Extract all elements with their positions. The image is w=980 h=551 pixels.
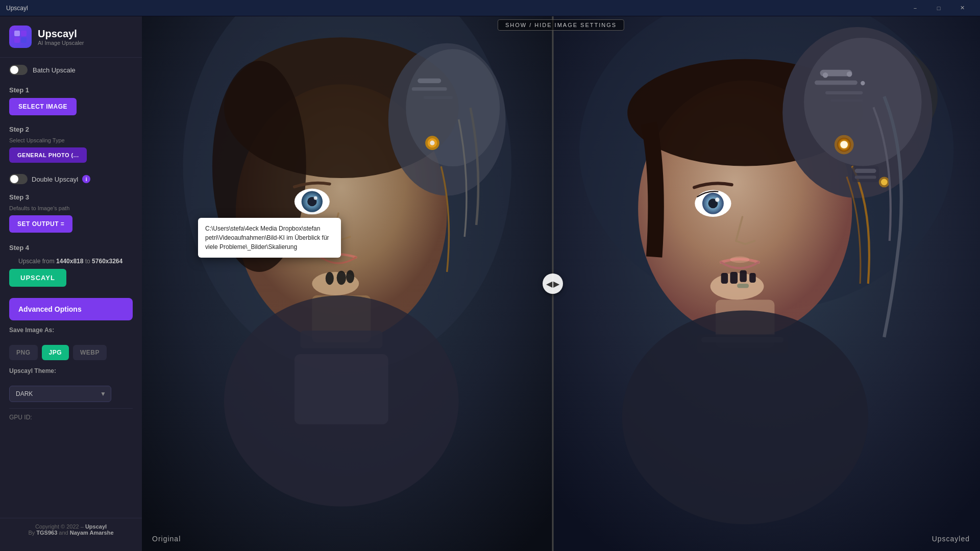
svg-rect-64 <box>749 273 756 283</box>
svg-point-27 <box>346 270 354 283</box>
gpu-label: GPU ID: <box>0 412 142 423</box>
format-webp-button[interactable]: WEBP <box>73 345 107 360</box>
svg-rect-24 <box>295 354 388 424</box>
double-upscayl-info-icon[interactable]: i <box>82 175 90 183</box>
svg-rect-61 <box>730 272 738 284</box>
step4-title: Step 4 <box>9 244 133 252</box>
step2-title: Step 2 <box>9 126 133 133</box>
titlebar-title: Upscayl <box>6 5 28 12</box>
svg-rect-62 <box>740 270 747 282</box>
upscaled-image <box>553 16 980 551</box>
compare-arrows: ◀ ▶ <box>546 279 559 289</box>
svg-point-26 <box>337 271 346 285</box>
svg-rect-38 <box>825 91 863 94</box>
batch-upscale-row: Batch Upscale <box>0 58 142 82</box>
step1-section: Step 1 SELECT IMAGE <box>0 82 142 119</box>
svg-point-28 <box>326 272 334 285</box>
app-name-footer: Upscayl <box>85 523 107 530</box>
svg-rect-37 <box>815 81 857 85</box>
svg-rect-2 <box>14 37 20 43</box>
upscale-from-size: 1440x818 <box>56 258 83 265</box>
theme-select-container: DARKLIGHTSYSTEM ▼ <box>9 386 111 402</box>
svg-point-20 <box>314 196 317 200</box>
step3-section: Step 3 Defaults to Image's path SET OUTP… <box>0 187 142 237</box>
svg-point-41 <box>846 71 851 77</box>
save-image-label: Save Image As: <box>9 327 133 334</box>
arrow-left-icon: ◀ <box>546 279 552 289</box>
select-image-button[interactable]: SELECT IMAGE <box>9 98 77 115</box>
upscaled-label: Upscayled <box>932 535 970 543</box>
upscayl-button[interactable]: UPSCAYL <box>9 269 66 287</box>
double-upscayl-toggle[interactable] <box>9 174 28 184</box>
original-label: Original <box>152 535 181 543</box>
tooltip-path: C:\Users\stefa\4eck Media Dropbox\stefan… <box>205 225 329 251</box>
double-upscayl-row: Double Upscayl i <box>0 171 142 187</box>
app-logo-icon <box>9 26 32 48</box>
svg-point-16 <box>430 141 434 145</box>
svg-point-55 <box>730 257 749 263</box>
double-toggle-thumb <box>10 175 18 183</box>
svg-point-35 <box>804 38 922 166</box>
svg-rect-11 <box>418 79 441 83</box>
format-png-button[interactable]: PNG <box>9 345 38 360</box>
theme-section: Upscayl Theme: <box>0 363 142 383</box>
svg-rect-12 <box>412 87 447 91</box>
close-button[interactable]: ✕ <box>950 0 974 16</box>
step3-sublabel: Defaults to Image's path <box>9 205 133 211</box>
theme-select-wrap: DARKLIGHTSYSTEM ▼ <box>0 383 142 405</box>
set-output-button[interactable]: SET OUTPUT = <box>9 215 72 233</box>
upscale-from-label: Upscale from <box>18 258 55 265</box>
logo-area: Upscayl AI Image Upscaler <box>0 16 142 58</box>
main-content: SHOW / HIDE IMAGE SETTINGS <box>142 16 980 551</box>
svg-rect-63 <box>721 273 728 284</box>
arrow-right-icon: ▶ <box>553 279 559 289</box>
svg-point-42 <box>861 81 865 85</box>
format-jpg-button[interactable]: JPG <box>42 345 69 360</box>
advanced-options-button[interactable]: Advanced Options <box>9 298 133 320</box>
svg-point-45 <box>840 141 848 148</box>
svg-point-54 <box>715 197 719 202</box>
svg-rect-13 <box>424 96 453 99</box>
author1: TGS963 <box>36 530 57 536</box>
titlebar-controls: − □ ✕ <box>903 0 974 16</box>
upscale-to-size: 5760x3264 <box>92 258 122 265</box>
step2-section: Step 2 Select Upscaling Type GENERAL PHO… <box>0 119 142 167</box>
copyright-text: Copyright © 2022 – <box>35 523 84 530</box>
batch-upscale-toggle[interactable] <box>9 65 28 75</box>
original-image-panel <box>142 16 553 551</box>
step4-section: Step 4 Upscale from 1440x818 to 5760x326… <box>0 237 142 291</box>
compare-handle[interactable]: ◀ ▶ <box>543 273 563 294</box>
svg-rect-65 <box>737 284 749 288</box>
step3-title: Step 3 <box>9 193 133 201</box>
svg-point-10 <box>406 49 500 166</box>
logo-text: Upscayl AI Image Upscaler <box>38 28 84 46</box>
upscaling-type-button[interactable]: GENERAL PHOTO (... <box>9 147 87 163</box>
original-image <box>142 16 553 551</box>
svg-point-59 <box>622 310 868 524</box>
save-image-section: Save Image As: <box>0 324 142 342</box>
minimize-button[interactable]: − <box>903 0 927 16</box>
double-upscayl-label: Double Upscayl <box>32 176 78 183</box>
by-label: By <box>28 530 35 536</box>
batch-upscale-label: Batch Upscale <box>33 66 76 74</box>
svg-point-40 <box>822 72 827 78</box>
sidebar: Upscayl AI Image Upscaler Batch Upscale … <box>0 16 142 551</box>
show-hide-settings-button[interactable]: SHOW / HIDE IMAGE SETTINGS <box>498 19 624 31</box>
logo-name: Upscayl <box>38 28 84 40</box>
svg-rect-49 <box>854 169 876 173</box>
upscale-info: Upscale from 1440x818 to 5760x3264 <box>9 256 133 269</box>
theme-select[interactable]: DARKLIGHTSYSTEM <box>9 386 111 402</box>
settings-bar: SHOW / HIDE IMAGE SETTINGS <box>498 16 624 34</box>
svg-rect-3 <box>21 37 27 43</box>
svg-rect-1 <box>21 31 27 36</box>
svg-rect-48 <box>852 166 878 182</box>
step2-sublabel: Select Upscaling Type <box>9 137 133 143</box>
logo-subtitle: AI Image Upscaler <box>38 40 84 46</box>
step1-title: Step 1 <box>9 86 133 94</box>
and-label: and <box>59 530 68 536</box>
svg-point-47 <box>881 179 888 186</box>
titlebar: Upscayl − □ ✕ <box>0 0 980 16</box>
maximize-button[interactable]: □ <box>927 0 950 16</box>
save-format-row: PNG JPG WEBP <box>0 342 142 363</box>
image-compare: ◀ ▶ <box>142 16 980 551</box>
